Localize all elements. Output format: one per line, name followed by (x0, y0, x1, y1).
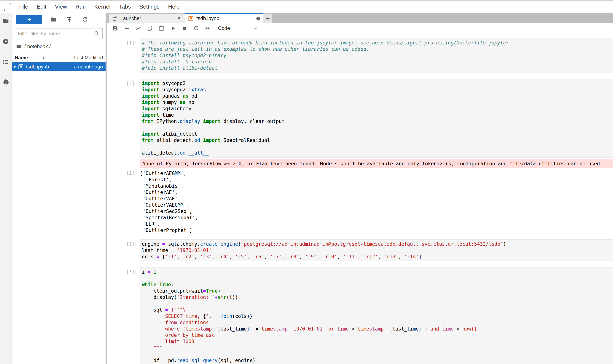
dock-panel: Launcher tsdb.ipynb (106, 13, 613, 364)
filter-files-input[interactable] (17, 31, 94, 37)
search-icon (94, 30, 100, 37)
cell-execution-prompt: [2]: (107, 79, 140, 157)
breadcrumb[interactable]: / notebook / (16, 43, 106, 50)
home-folder-icon (16, 43, 22, 50)
unsaved-changes-indicator (256, 17, 260, 20)
activity-bar (0, 13, 12, 364)
launcher-icon (112, 16, 118, 21)
file-row-tsdb-ipynb[interactable]: tsdb.ipynb a minute ago (12, 62, 106, 71)
tab-launcher[interactable]: Launcher (109, 14, 185, 23)
notebook-file-icon (188, 16, 194, 22)
cell-code-editor[interactable]: # The following libraries have already b… (140, 38, 613, 73)
tab-label: tsdb.ipynb (196, 16, 219, 21)
save-icon[interactable] (112, 25, 119, 32)
main-body: / notebook / Name Last Modified tsdb.ipy… (0, 13, 613, 364)
file-dirty-indicator (14, 66, 16, 68)
notebook-toolbar: ✂ Code (107, 23, 613, 34)
stderr-output: None of PyTorch, TensorFlow >= 2.0, or F… (140, 159, 613, 168)
sort-ascending-icon (42, 56, 45, 60)
restart-icon[interactable] (193, 25, 199, 32)
cut-icon[interactable]: ✂ (135, 25, 142, 32)
notebook-cell: [*]:i = 1while True: clear_output(wait=T… (107, 267, 613, 364)
cell-execution-prompt: [*]: (107, 267, 140, 364)
cell-output: [2]:['OutlierAEGMM', 'IForest', 'Mahalan… (107, 170, 613, 234)
notebook-cells: [1]:# The following libraries have alrea… (107, 34, 613, 364)
run-icon[interactable] (170, 25, 176, 32)
tab-tsdb-ipynb[interactable]: tsdb.ipynb (185, 13, 263, 23)
copy-icon[interactable] (147, 25, 153, 32)
menu-item-help[interactable]: Help (164, 3, 184, 10)
run-all-icon[interactable] (204, 25, 211, 32)
tab-label: Launcher (120, 16, 141, 21)
new-folder-icon[interactable] (49, 16, 58, 23)
notebook-file-icon (18, 64, 24, 70)
cell-code-editor[interactable]: engine = sqlalchemy.create_engine("postg… (140, 239, 613, 261)
cell-execution-prompt: [3]: (107, 239, 140, 261)
menu-bar: FileEditViewRunKernelTabsSettingsHelp (0, 0, 613, 13)
notebook-cell: [1]:# The following libraries have alrea… (107, 38, 613, 73)
menu-item-run[interactable]: Run (71, 3, 90, 10)
menu-item-file[interactable]: File (15, 3, 32, 10)
file-browser-toolbar (16, 15, 103, 24)
new-launcher-button[interactable] (16, 15, 42, 24)
refresh-icon[interactable] (81, 16, 89, 23)
notebook-cell: [3]:engine = sqlalchemy.create_engine("p… (107, 239, 613, 261)
column-header-name[interactable]: Name (12, 53, 48, 62)
cell-type-value: Code (218, 26, 230, 31)
cell-code-editor[interactable]: import psycopg2import psycopg2.extrasimp… (140, 79, 613, 157)
column-header-last-modified[interactable]: Last Modified (48, 53, 106, 62)
file-name: tsdb.ipynb (26, 64, 49, 70)
file-listing-header: Name Last Modified (12, 53, 106, 62)
menu-item-kernel[interactable]: Kernel (90, 3, 115, 10)
property-inspector-icon[interactable] (2, 58, 9, 66)
file-last-modified: a minute ago (74, 64, 103, 70)
execute-result: ['OutlierAEGMM', 'IForest', 'Mahalanobis… (140, 170, 198, 234)
cell-type-select[interactable]: Code (218, 26, 258, 31)
menu-item-edit[interactable]: Edit (32, 3, 51, 10)
jupyterlab-window: FileEditViewRunKernelTabsSettingsHelp (0, 0, 613, 364)
output-prompt: [2]: (107, 170, 140, 234)
upload-icon[interactable] (65, 16, 74, 23)
stop-icon[interactable] (181, 25, 188, 32)
notebook-cell: [2]:import psycopg2import psycopg2.extra… (107, 79, 613, 234)
file-browser-panel: / notebook / Name Last Modified tsdb.ipy… (12, 13, 106, 364)
menu-item-view[interactable]: View (51, 3, 71, 10)
filter-files-box (15, 28, 103, 39)
cell-execution-prompt: [1]: (107, 38, 140, 73)
breadcrumb-path: / notebook / (24, 44, 51, 50)
chevron-down-icon (253, 26, 258, 31)
menu-item-settings[interactable]: Settings (135, 3, 164, 10)
extension-manager-icon[interactable] (2, 79, 9, 87)
running-sessions-icon[interactable] (2, 38, 9, 46)
new-tab-button[interactable] (263, 14, 272, 23)
close-icon[interactable] (177, 15, 182, 22)
menu-item-tabs[interactable]: Tabs (115, 3, 135, 10)
insert-cell-icon[interactable] (123, 25, 130, 32)
paste-icon[interactable] (158, 25, 165, 32)
jupyter-logo-icon (3, 2, 12, 11)
files-icon[interactable] (2, 17, 9, 25)
cell-code-editor[interactable]: i = 1while True: clear_output(wait=True)… (140, 267, 613, 364)
tab-bar: Launcher tsdb.ipynb (107, 13, 613, 23)
